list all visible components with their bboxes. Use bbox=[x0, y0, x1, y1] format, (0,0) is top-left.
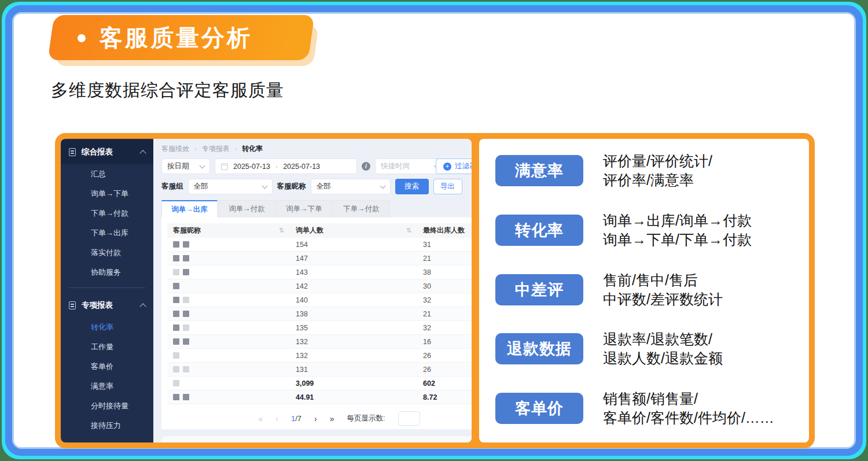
breadcrumb-item[interactable]: 专项报表 bbox=[202, 144, 230, 154]
feature-button-转化率[interactable]: 转化率 bbox=[495, 215, 583, 246]
redacted-name-block bbox=[183, 241, 189, 248]
feature-button-满意率[interactable]: 满意率 bbox=[495, 155, 583, 186]
tab-询单→下单[interactable]: 询单→下单 bbox=[276, 200, 332, 217]
nickname-cell bbox=[167, 394, 290, 400]
feature-button-中差评[interactable]: 中差评 bbox=[495, 274, 583, 305]
chevron-up-icon bbox=[139, 303, 146, 309]
feature-button-客单价[interactable]: 客单价 bbox=[495, 393, 583, 424]
table-row[interactable]: 14230 bbox=[167, 279, 472, 293]
redacted-name-block bbox=[173, 311, 179, 317]
sort-icon[interactable]: ⇅ bbox=[279, 227, 284, 234]
sidebar-item-接待压力[interactable]: 接待压力 bbox=[61, 416, 153, 436]
tab-询单→付款[interactable]: 询单→付款 bbox=[219, 200, 275, 217]
nickname-value: 全部 bbox=[317, 182, 331, 191]
report-doc-icon bbox=[69, 301, 76, 309]
table-row[interactable]: 15431 bbox=[167, 238, 472, 252]
feature-row: 满意率评价量/评价统计/评价率/满意率 bbox=[495, 152, 804, 190]
feature-description: 售前/售中/售后中评数/差评数统计 bbox=[603, 271, 723, 309]
inquiry-count-cell: 143 bbox=[290, 268, 417, 276]
sidebar-item-汇总[interactable]: 汇总 bbox=[61, 164, 153, 184]
quick-time-select[interactable]: 快捷时间 bbox=[375, 158, 444, 174]
sidebar-item-协助服务[interactable]: 协助服务 bbox=[61, 263, 153, 282]
redacted-name-block bbox=[183, 255, 189, 261]
feature-row: 转化率询单→出库/询单→付款询单→下单/下单→付款 bbox=[495, 211, 804, 249]
tab-下单→付款[interactable]: 下单→付款 bbox=[333, 200, 389, 217]
filter-button[interactable]: + 过滤器 bbox=[436, 158, 472, 174]
breadcrumb-separator: › bbox=[235, 145, 237, 152]
filter-row-1: 按日期 2025-07-13 · 2025-07-13 i 快捷时间 bbox=[161, 158, 472, 174]
page-subtitle: 多维度数据综合评定客服质量 bbox=[51, 79, 284, 102]
sidebar-item-转化率[interactable]: 转化率 bbox=[61, 318, 153, 337]
redacted-name-block bbox=[183, 297, 189, 303]
table-row[interactable]: 14721 bbox=[167, 252, 472, 265]
sidebar-item-工作量[interactable]: 工作量 bbox=[61, 337, 153, 357]
sidebar-item-下单→付款[interactable]: 下单→付款 bbox=[61, 204, 153, 223]
page-indicator: 1/7 bbox=[291, 414, 301, 423]
table-header-final[interactable]: 最终出库人数 bbox=[417, 226, 472, 235]
group-label: 客服组 bbox=[161, 182, 183, 191]
inquiry-count-cell: 44.91 bbox=[290, 393, 417, 401]
sidebar-item-下单→出库[interactable]: 下单→出库 bbox=[61, 223, 153, 243]
final-outbound-cell: 31 bbox=[417, 241, 472, 249]
nickname-cell bbox=[167, 338, 290, 345]
table-row[interactable]: 13821 bbox=[167, 307, 472, 321]
total-pages: 7 bbox=[297, 414, 301, 423]
feature-button-退款数据[interactable]: 退款数据 bbox=[495, 333, 583, 364]
page-title: 客服质量分析 bbox=[100, 22, 252, 54]
table-row[interactable]: 13532 bbox=[167, 321, 472, 335]
inquiry-count-cell: 135 bbox=[290, 324, 417, 332]
sidebar-section-header[interactable]: 专项报表 bbox=[61, 293, 153, 318]
sidebar-item-满意率[interactable]: 满意率 bbox=[61, 377, 153, 396]
date-end-value: 2025-07-13 bbox=[283, 163, 320, 171]
next-page-button[interactable]: › bbox=[314, 414, 317, 423]
nickname-cell bbox=[167, 269, 290, 275]
table-row[interactable]: 3,099602 bbox=[167, 377, 472, 390]
final-outbound-cell: 21 bbox=[417, 255, 472, 263]
sidebar-section-header[interactable]: 综合报表 bbox=[61, 140, 153, 164]
group-select[interactable]: 全部 bbox=[188, 179, 273, 194]
table-header-nickname[interactable]: 客服昵称 ⇅ bbox=[167, 226, 290, 235]
table-row[interactable]: 44.918.72 bbox=[167, 390, 472, 404]
nickname-select[interactable]: 全部 bbox=[311, 179, 391, 194]
plus-circle-icon: + bbox=[443, 163, 451, 171]
final-outbound-cell: 8.72 bbox=[417, 393, 472, 401]
feature-description: 询单→出库/询单→付款询单→下单/下单→付款 bbox=[603, 211, 752, 249]
date-range-input[interactable]: 2025-07-13 · 2025-07-13 bbox=[215, 158, 357, 174]
breadcrumb-item: 转化率 bbox=[242, 144, 263, 154]
sidebar-item-询单→下单[interactable]: 询单→下单 bbox=[61, 184, 153, 204]
redacted-name-block bbox=[173, 297, 179, 303]
nickname-cell bbox=[167, 241, 290, 248]
final-outbound-cell: 602 bbox=[417, 379, 472, 388]
table-row[interactable]: 13216 bbox=[167, 335, 472, 349]
redacted-name-block bbox=[183, 338, 189, 345]
final-outbound-cell: 32 bbox=[417, 324, 472, 332]
sidebar-item-分时接待量[interactable]: 分时接待量 bbox=[61, 396, 153, 416]
sidebar-item-客单价[interactable]: 客单价 bbox=[61, 357, 153, 377]
nickname-cell bbox=[167, 366, 290, 373]
export-button[interactable]: 导出 bbox=[433, 179, 462, 194]
search-button[interactable]: 搜索 bbox=[395, 179, 429, 194]
first-page-button[interactable]: « bbox=[258, 414, 263, 423]
sidebar-item-落实付款[interactable]: 落实付款 bbox=[61, 243, 153, 263]
report-tabs: 询单→出库询单→付款询单→下单下单→付款 bbox=[161, 200, 472, 217]
redacted-name-block bbox=[173, 380, 179, 386]
table-row[interactable]: 14338 bbox=[167, 265, 472, 279]
chevron-up-icon bbox=[139, 150, 146, 156]
per-page-input[interactable] bbox=[398, 411, 420, 426]
table-row[interactable]: 13226 bbox=[167, 349, 472, 363]
date-mode-select[interactable]: 按日期 bbox=[161, 158, 210, 174]
calendar-icon bbox=[221, 163, 228, 170]
prev-page-button[interactable]: ‹ bbox=[275, 414, 278, 423]
table-row[interactable]: 13126 bbox=[167, 363, 472, 377]
sort-icon[interactable]: ⇅ bbox=[406, 227, 411, 234]
poster-canvas: 客服质量分析 多维度数据综合评定客服质量 综合报表汇总询单→下单下单→付款下单→… bbox=[0, 0, 868, 461]
last-page-button[interactable]: » bbox=[330, 414, 334, 423]
sidebar-section-title: 综合报表 bbox=[82, 147, 113, 157]
table-row[interactable]: 14032 bbox=[167, 293, 472, 307]
info-icon[interactable]: i bbox=[362, 162, 370, 171]
sidebar: 综合报表汇总询单→下单下单→付款下单→出库落实付款协助服务专项报表转化率工作量客… bbox=[61, 139, 153, 442]
table-header-inquiry[interactable]: 询单人数 ⇅ bbox=[290, 226, 417, 235]
tab-询单→出库[interactable]: 询单→出库 bbox=[161, 200, 218, 217]
breadcrumb-item[interactable]: 客服绩效 bbox=[161, 144, 189, 154]
redacted-name-block bbox=[173, 283, 179, 289]
